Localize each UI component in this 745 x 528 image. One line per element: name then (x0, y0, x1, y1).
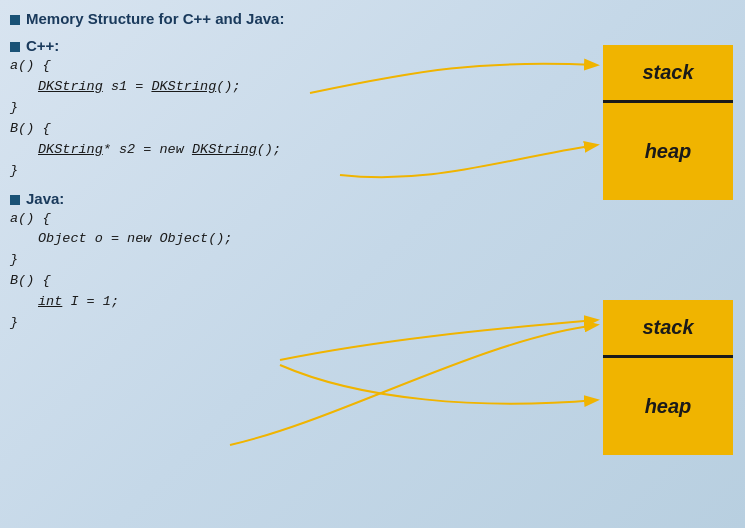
java-code-block: a() { Object o = new Object(); } B() { i… (10, 209, 570, 335)
java-code-2: } (10, 250, 570, 271)
java-code-1: Object o = new Object(); (10, 229, 570, 250)
java-code-4: int I = 1; (10, 292, 570, 313)
cpp-heap-box: heap (603, 100, 733, 200)
cpp-code-block: a() { DKString s1 = DKString(); } B() { … (10, 56, 570, 182)
cpp-memory-group: stack heap (603, 45, 733, 200)
java-stack-box: stack (603, 300, 733, 355)
cpp-code-0: a() { (10, 56, 570, 77)
java-heap-arrow-2 (230, 325, 596, 445)
java-code-3: B() { (10, 271, 570, 292)
cpp-code-2: } (10, 98, 570, 119)
main-content: Memory Structure for C++ and Java: C++: … (0, 0, 745, 528)
java-bullet (10, 195, 20, 205)
cpp-code-4: DKString* s2 = new DKString(); (10, 140, 570, 161)
java-code-5: } (10, 313, 570, 334)
java-stack-label: stack (642, 316, 693, 339)
heading-bullet (10, 15, 20, 25)
cpp-code-1: DKString s1 = DKString(); (10, 77, 570, 98)
cpp-stack-box: stack (603, 45, 733, 100)
cpp-stack-label: stack (642, 61, 693, 84)
cpp-code-5: } (10, 161, 570, 182)
cpp-code-3: B() { (10, 119, 570, 140)
cpp-heading-line: C++: (10, 37, 570, 54)
main-heading-line: Memory Structure for C++ and Java: (10, 10, 570, 27)
java-heap-arrow-1 (280, 365, 596, 404)
java-heading: Java: (26, 190, 64, 207)
java-heap-box: heap (603, 355, 733, 455)
cpp-heap-label: heap (645, 140, 692, 163)
java-code-0: a() { (10, 209, 570, 230)
java-heading-line: Java: (10, 190, 570, 207)
main-heading: Memory Structure for C++ and Java: (26, 10, 284, 27)
java-memory-group: stack heap (603, 300, 733, 455)
cpp-bullet (10, 42, 20, 52)
cpp-heading: C++: (26, 37, 59, 54)
java-heap-label: heap (645, 395, 692, 418)
left-panel: Memory Structure for C++ and Java: C++: … (10, 10, 570, 334)
